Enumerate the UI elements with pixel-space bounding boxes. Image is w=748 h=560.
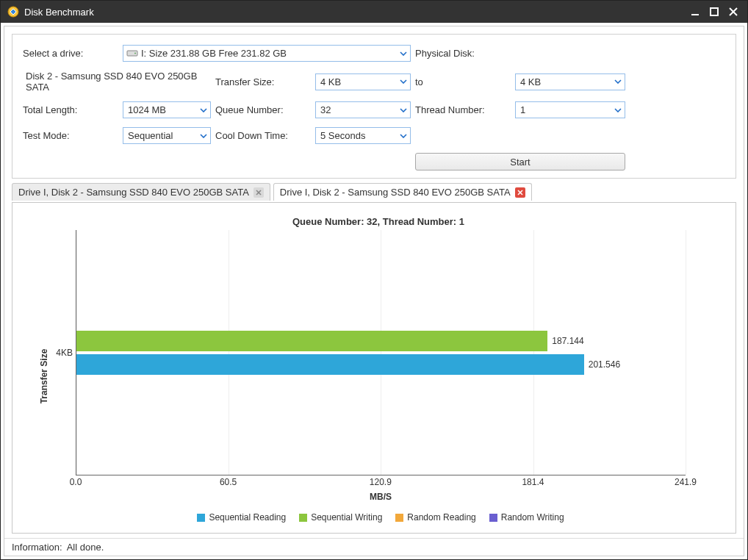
- tab-close-icon[interactable]: [253, 187, 264, 198]
- legend-label: Random Writing: [501, 512, 564, 523]
- chart-plot-area: 187.144201.546: [76, 230, 686, 475]
- disk-icon: [126, 48, 138, 60]
- tab-close-icon[interactable]: [515, 187, 525, 198]
- total-length-select[interactable]: 1024 MB: [123, 101, 211, 118]
- chart-xtick: 241.9: [675, 477, 697, 487]
- label-transfer-size: Transfer Size:: [215, 76, 311, 87]
- app-window: Disk Benchmark Select a drive: I: Size 2…: [0, 0, 748, 560]
- cool-down-value: 5 Seconds: [320, 130, 365, 141]
- queue-number-select[interactable]: 32: [315, 101, 411, 118]
- chart-gridline: [686, 230, 686, 475]
- transfer-from-select[interactable]: 4 KB: [315, 73, 411, 90]
- chart-bar: 187.144: [76, 331, 547, 351]
- chart-ytick: 4KB: [54, 230, 76, 475]
- chart-xtick: 120.9: [370, 477, 392, 487]
- transfer-to-select[interactable]: 4 KB: [515, 73, 625, 90]
- start-button-label: Start: [510, 157, 530, 168]
- legend-item: Sequential Reading: [197, 512, 286, 523]
- tab-result-1[interactable]: Drive I, Disk 2 - Samsung SSD 840 EVO 25…: [12, 183, 270, 201]
- legend-label: Sequential Reading: [209, 512, 286, 523]
- chevron-down-icon: [397, 128, 410, 143]
- legend-label: Random Reading: [407, 512, 475, 523]
- chevron-down-icon: [397, 46, 410, 61]
- label-cool-down: Cool Down Time:: [215, 130, 311, 141]
- label-queue-number: Queue Number:: [215, 104, 311, 115]
- legend-label: Sequential Writing: [311, 512, 382, 523]
- total-length-value: 1024 MB: [128, 104, 166, 115]
- app-icon: [7, 5, 20, 18]
- legend-swatch: [395, 514, 403, 522]
- label-thread-number: Thread Number:: [415, 104, 511, 115]
- drive-select-value: I: Size 231.88 GB Free 231.82 GB: [141, 48, 287, 59]
- close-button[interactable]: [725, 4, 741, 20]
- chevron-down-icon: [197, 128, 210, 143]
- label-physical-disk: Physical Disk:: [415, 48, 511, 59]
- label-to: to: [415, 76, 511, 87]
- legend-swatch: [299, 514, 307, 522]
- chart-ylabel-wrap: Transfer Size: [35, 230, 54, 523]
- legend-item: Random Writing: [489, 512, 564, 523]
- value-physical-disk: Disk 2 - Samsung SSD 840 EVO 250GB SATA: [23, 71, 211, 93]
- chart-bar-label: 201.546: [584, 359, 620, 370]
- tab-result-2[interactable]: Drive I, Disk 2 - Samsung SSD 840 EVO 25…: [273, 183, 532, 201]
- minimize-button[interactable]: [687, 4, 703, 20]
- legend-swatch: [489, 514, 497, 522]
- cool-down-select[interactable]: 5 Seconds: [315, 127, 411, 144]
- chart-ylabel: Transfer Size: [39, 349, 49, 404]
- window-title: Disk Benchmark: [24, 7, 684, 18]
- transfer-to-value: 4 KB: [520, 76, 541, 87]
- chart-panel: Queue Number: 32, Thread Number: 1 Trans…: [12, 202, 736, 534]
- chart-xtick: 181.4: [522, 477, 544, 487]
- chart-xtick: 0.0: [70, 477, 82, 487]
- queue-number-value: 32: [320, 104, 331, 115]
- svg-point-6: [134, 53, 136, 54]
- label-test-mode: Test Mode:: [23, 130, 118, 141]
- chevron-down-icon: [397, 74, 410, 90]
- tab-label: Drive I, Disk 2 - Samsung SSD 840 EVO 25…: [18, 187, 249, 198]
- label-total-length: Total Length:: [23, 104, 118, 115]
- legend-item: Random Reading: [395, 512, 475, 523]
- svg-rect-2: [711, 8, 718, 15]
- tab-label: Drive I, Disk 2 - Samsung SSD 840 EVO 25…: [280, 187, 511, 198]
- chart-gridline: [229, 230, 229, 475]
- chevron-down-icon: [197, 102, 210, 118]
- thread-number-value: 1: [520, 104, 525, 115]
- status-text: All done.: [67, 542, 104, 553]
- drive-select[interactable]: I: Size 231.88 GB Free 231.82 GB: [123, 45, 411, 62]
- chart-bar-label: 187.144: [547, 336, 583, 346]
- tab-bar: Drive I, Disk 2 - Samsung SSD 840 EVO 25…: [12, 183, 736, 201]
- chevron-down-icon: [397, 102, 410, 118]
- client-area: Select a drive: I: Size 231.88 GB Free 2…: [4, 26, 744, 556]
- status-label: Information:: [12, 542, 62, 553]
- chart-title: Queue Number: 32, Thread Number: 1: [35, 216, 722, 227]
- chevron-down-icon: [611, 74, 625, 90]
- legend-swatch: [197, 514, 205, 522]
- chevron-down-icon: [611, 102, 625, 118]
- start-button[interactable]: Start: [415, 153, 625, 170]
- status-bar: Information: All done.: [4, 538, 744, 556]
- config-panel: Select a drive: I: Size 231.88 GB Free 2…: [12, 34, 736, 179]
- test-mode-select[interactable]: Sequential: [123, 127, 211, 144]
- chart-bar: 201.546: [76, 354, 584, 375]
- chart-gridline: [533, 230, 534, 475]
- thread-number-select[interactable]: 1: [515, 101, 625, 118]
- chart-xaxis: 0.060.5120.9181.4241.9: [76, 475, 686, 489]
- test-mode-value: Sequential: [128, 130, 173, 141]
- label-select-drive: Select a drive:: [23, 48, 118, 59]
- titlebar: Disk Benchmark: [1, 1, 747, 23]
- chart-gridline: [76, 230, 77, 475]
- chart-legend: Sequential ReadingSequential WritingRand…: [76, 512, 686, 523]
- transfer-from-value: 4 KB: [320, 76, 341, 87]
- chart-gridline: [381, 230, 381, 475]
- maximize-button[interactable]: [706, 4, 722, 20]
- legend-item: Sequential Writing: [299, 512, 382, 523]
- chart-xtick: 60.5: [220, 477, 237, 487]
- chart-xlabel: MB/S: [76, 492, 686, 502]
